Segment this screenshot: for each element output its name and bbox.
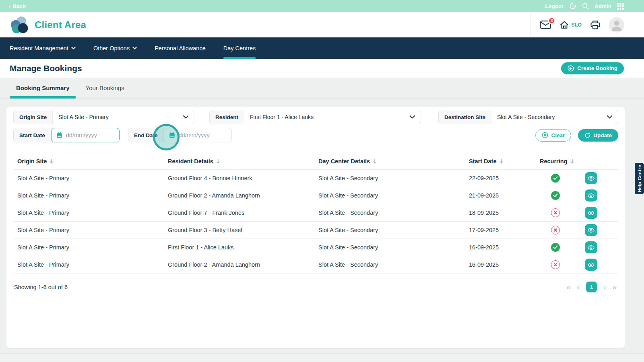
- resident-select[interactable]: Resident First Floor 1 - Alice Lauks: [209, 110, 421, 124]
- logout-icon[interactable]: [569, 2, 576, 10]
- view-booking-button[interactable]: [585, 172, 597, 184]
- print-button[interactable]: [590, 21, 600, 29]
- table-row: Slot A Site - PrimaryGround Floor 2 - Am…: [13, 187, 618, 204]
- cell-recurring: [540, 208, 585, 217]
- app-logo: [10, 16, 30, 34]
- back-button[interactable]: ‹ Back: [9, 3, 26, 9]
- cell-recurring: [540, 260, 585, 269]
- resident-label: Resident: [210, 110, 244, 124]
- table-body: Slot A Site - PrimaryGround Floor 4 - Bo…: [13, 170, 618, 274]
- col-start-date[interactable]: Start Date: [469, 158, 540, 165]
- nav-label: Other Options: [93, 45, 130, 51]
- cell-start-date: 21-09-2025: [469, 192, 540, 199]
- main-nav: Resident Management Other Options Person…: [0, 37, 644, 59]
- bottom-strip: [0, 354, 644, 362]
- logout-link[interactable]: Logout: [545, 3, 564, 9]
- nav-other-options[interactable]: Other Options: [93, 37, 137, 59]
- messages-button[interactable]: 3: [540, 21, 551, 29]
- circle-x-icon: [542, 132, 548, 138]
- nav-label: Day Centres: [223, 45, 256, 51]
- table-footer: Showing 1-6 out of 6 « ‹ 1 › »: [13, 282, 618, 292]
- tab-bar: Booking Summary Your Bookings: [0, 78, 644, 99]
- view-booking-button[interactable]: [585, 207, 597, 219]
- back-chevron-icon: ‹: [9, 3, 11, 9]
- home-icon: [560, 21, 569, 29]
- chevron-down-icon: [607, 115, 612, 119]
- start-date-input[interactable]: [66, 132, 114, 138]
- page-title-bar: Manage Bookings Create Booking: [0, 59, 644, 78]
- end-date-input[interactable]: [179, 132, 227, 138]
- refresh-icon: [584, 132, 590, 138]
- cell-day-center-details: Slot A Site - Secondary: [318, 227, 469, 233]
- page-prev-button[interactable]: ‹: [577, 283, 580, 291]
- cell-resident-details: First Floor 1 - Alice Lauks: [168, 244, 318, 251]
- nav-resident-management[interactable]: Resident Management: [10, 37, 76, 59]
- table-row: Slot A Site - PrimaryGround Floor 7 - Fr…: [13, 204, 618, 222]
- page-next-button[interactable]: ›: [603, 283, 606, 291]
- cell-origin-site: Slot A Site - Primary: [17, 175, 168, 181]
- tab-booking-summary[interactable]: Booking Summary: [10, 84, 76, 98]
- cell-actions: [585, 224, 618, 236]
- update-label: Update: [593, 132, 612, 138]
- page-title: Manage Bookings: [10, 64, 82, 73]
- chevron-down-icon: [183, 115, 188, 119]
- top-utility-bar: ‹ Back Logout Admin: [0, 0, 644, 12]
- cell-start-date: 22-09-2025: [469, 175, 540, 181]
- cell-start-date: 17-09-2025: [469, 227, 540, 233]
- recurring-yes-icon: [551, 174, 560, 183]
- cell-resident-details: Ground Floor 2 - Amanda Langhorn: [168, 261, 318, 268]
- eye-icon: [588, 176, 594, 181]
- col-recurring[interactable]: Recurring: [540, 158, 585, 165]
- nav-label: Personal Allowance: [155, 45, 206, 51]
- origin-site-select[interactable]: Origin Site Slot A Site - Primary: [13, 110, 194, 124]
- mail-badge: 3: [548, 17, 555, 24]
- page-number-button[interactable]: 1: [586, 282, 597, 292]
- create-booking-label: Create Booking: [577, 65, 617, 71]
- nav-day-centres[interactable]: Day Centres: [223, 37, 256, 59]
- table-row: Slot A Site - PrimaryFirst Floor 1 - Ali…: [13, 239, 618, 256]
- user-avatar[interactable]: [609, 17, 624, 33]
- table-header-row: Origin Site Resident Details Day Center …: [13, 156, 618, 170]
- filter-row-1: Origin Site Slot A Site - Primary Reside…: [13, 110, 618, 124]
- search-icon[interactable]: [582, 3, 589, 10]
- col-day-center-details[interactable]: Day Center Details: [318, 158, 469, 165]
- destination-site-select[interactable]: Destination Site Slot A Site - Secondary: [438, 110, 618, 124]
- view-booking-button[interactable]: [585, 241, 597, 253]
- resident-value: First Floor 1 - Alice Lauks: [250, 114, 314, 120]
- cell-day-center-details: Slot A Site - Secondary: [318, 192, 469, 199]
- chevron-down-icon: [132, 47, 137, 49]
- page-first-button[interactable]: «: [566, 283, 571, 291]
- col-origin-site[interactable]: Origin Site: [17, 158, 168, 165]
- clear-button[interactable]: Clear: [535, 129, 571, 142]
- home-site-button[interactable]: SLO: [560, 21, 582, 29]
- recurring-no-icon: [551, 260, 560, 269]
- printer-icon: [590, 21, 600, 29]
- recurring-no-icon: [551, 226, 560, 234]
- cell-origin-site: Slot A Site - Primary: [17, 192, 168, 199]
- cell-day-center-details: Slot A Site - Secondary: [318, 261, 469, 268]
- admin-menu[interactable]: Admin: [594, 3, 611, 9]
- start-date-field: Start Date: [13, 128, 120, 142]
- page-last-button[interactable]: »: [612, 283, 617, 291]
- chevron-down-icon: [71, 47, 76, 49]
- cell-origin-site: Slot A Site - Primary: [17, 227, 168, 233]
- view-booking-button[interactable]: [585, 259, 597, 271]
- tab-your-bookings[interactable]: Your Bookings: [79, 84, 131, 98]
- sort-icon: [500, 159, 504, 164]
- help-centre-tab[interactable]: Help Centre: [635, 163, 644, 194]
- origin-site-label: Origin Site: [14, 110, 53, 124]
- apps-grid-icon[interactable]: [617, 3, 624, 10]
- end-date-label: End Date: [128, 128, 164, 142]
- cell-resident-details: Ground Floor 3 - Betty Hasel: [168, 227, 318, 233]
- create-booking-button[interactable]: Create Booking: [561, 62, 624, 74]
- table-row: Slot A Site - PrimaryGround Floor 4 - Bo…: [13, 170, 618, 187]
- nav-personal-allowance[interactable]: Personal Allowance: [155, 37, 206, 59]
- plus-circle-icon: [568, 65, 574, 72]
- update-button[interactable]: Update: [578, 129, 618, 142]
- origin-site-value: Slot A Site - Primary: [58, 114, 108, 120]
- col-resident-details[interactable]: Resident Details: [168, 158, 318, 165]
- view-booking-button[interactable]: [585, 189, 597, 202]
- cell-day-center-details: Slot A Site - Secondary: [318, 244, 469, 251]
- destination-site-value: Slot A Site - Secondary: [497, 114, 555, 120]
- view-booking-button[interactable]: [585, 224, 597, 236]
